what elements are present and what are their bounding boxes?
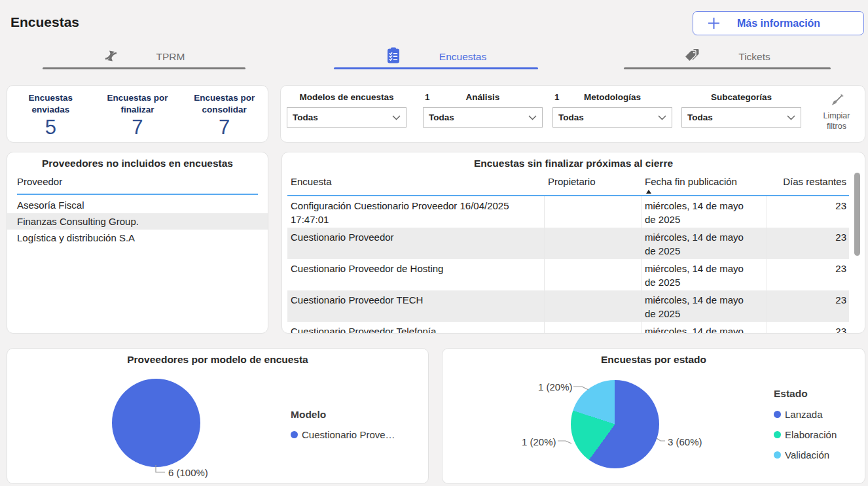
table-scrollbar[interactable] (854, 173, 860, 256)
cell-encuesta: Cuestionario Proveedor (287, 228, 545, 259)
list-item[interactable]: Asesoría Fiscal (7, 197, 268, 213)
legend-item-validacion[interactable]: Validación (774, 449, 837, 460)
tab-tprm[interactable]: TPRM (43, 47, 245, 69)
metodologias-dropdown[interactable]: Todas (552, 107, 672, 128)
page-title: Encuestas (10, 14, 79, 30)
legend-item-lanzada[interactable]: Lanzada (774, 409, 837, 420)
column-header-fecha[interactable]: Fecha fin publicación (645, 176, 737, 187)
pie-chart-modelo[interactable] (112, 379, 200, 467)
tab-underline (43, 67, 245, 69)
slicer-label: Metodologías (552, 92, 672, 102)
estado-chart-card: Encuestas por estado 1 (20%) 1 (20%) 3 (… (442, 348, 865, 484)
filter-card: Modelos de encuestas Todas 1 Análisis To… (280, 85, 865, 143)
legend-label: Cuestionario Prove… (302, 429, 395, 440)
kpi-por-consolidar: Encuestas por consolidar 7 (185, 92, 264, 139)
slicer-label: Análisis (423, 92, 543, 102)
encuestas-table-panel: Encuestas sin finalizar próximas al cier… (281, 152, 865, 334)
cell-dias: 23 (767, 196, 849, 228)
slicer-subcategorias: Subcategorías Todas (681, 86, 801, 143)
column-header-propietario[interactable]: Propietario (548, 176, 596, 187)
tab-tickets[interactable]: Tickets (624, 47, 831, 69)
table-row[interactable]: Cuestionario Proveedor Telefonía miércol… (287, 322, 849, 333)
kpi-label: Encuestas por consolidar (185, 92, 264, 115)
cell-dias: 23 (767, 290, 849, 322)
dropdown-value: Todas (429, 113, 454, 122)
cell-encuesta: Cuestionario Proveedor de Hosting (287, 259, 545, 290)
cell-fecha: miércoles, 14 de mayo de 2025 (642, 196, 767, 228)
cell-dias: 23 (767, 322, 849, 333)
proveedores-list: Asesoría Fiscal Finanzas Consulting Grou… (7, 197, 268, 246)
dropdown-value: Todas (293, 113, 318, 122)
dropdown-value: Todas (558, 113, 584, 122)
legend-label: Elaboración (785, 429, 837, 440)
kpi-enviadas: Encuestas enviadas 5 (11, 92, 90, 139)
cell-propietario (545, 259, 642, 290)
plus-icon (708, 17, 720, 29)
tab-tprm-label: TPRM (156, 51, 185, 63)
broom-icon (829, 99, 844, 110)
chevron-down-icon (392, 115, 401, 120)
column-header-encuesta[interactable]: Encuesta (291, 176, 332, 187)
legend-label: Validación (785, 449, 829, 460)
chart-title: Encuestas por estado (443, 354, 865, 366)
cell-dias: 23 (767, 259, 849, 290)
cell-propietario (545, 196, 642, 228)
tab-encuestas[interactable]: Encuestas (334, 47, 538, 69)
tab-encuestas-label: Encuestas (439, 51, 486, 63)
cell-encuesta: Cuestionario Proveedor Telefonía (287, 322, 545, 333)
proveedores-chart-card: Proveedores por modelo de encuesta 6 (10… (7, 348, 429, 484)
column-header-proveedor[interactable]: Proveedor (17, 176, 62, 187)
chart-title: Proveedores por modelo de encuesta (7, 354, 428, 366)
table-row[interactable]: Cuestionario Proveedor TECH miércoles, 1… (287, 290, 849, 322)
dropdown-value: Todas (687, 113, 713, 122)
kpi-card: Encuestas enviadas 5 Encuestas por final… (7, 85, 268, 143)
kpi-label: Encuestas por finalizar (98, 92, 177, 115)
table-row[interactable]: Cuestionario Proveedor de Hosting miérco… (287, 259, 849, 290)
proveedores-panel: Proveedores no incluidos en encuestas Pr… (7, 152, 268, 334)
chart-legend: Estado Lanzada Elaboración Validación (774, 388, 837, 460)
encuestas-table-body: Configuración Cuestionario Proveedor 16/… (287, 196, 849, 333)
sort-ascending-icon (646, 190, 651, 194)
chart-legend: Modelo Cuestionario Prove… (291, 409, 395, 440)
clear-filters-label-2: filtros (811, 121, 862, 131)
kpi-label: Encuestas enviadas (11, 92, 90, 115)
list-item[interactable]: Logística y distribución S.A (7, 230, 268, 246)
header-underline (17, 194, 258, 195)
list-item[interactable]: Finanzas Consulting Group. (7, 213, 268, 230)
cell-fecha: miércoles, 14 de mayo de 2025 (642, 290, 767, 322)
legend-item-elaboracion[interactable]: Elaboración (774, 429, 837, 440)
tab-tickets-label: Tickets (738, 51, 770, 63)
kpi-por-finalizar: Encuestas por finalizar 7 (98, 92, 177, 139)
cell-propietario (545, 322, 642, 333)
modelos-dropdown[interactable]: Todas (287, 107, 407, 128)
analisis-dropdown[interactable]: Todas (423, 107, 543, 128)
subcategorias-dropdown[interactable]: Todas (681, 107, 801, 128)
slicer-modelos-de-encuestas: Modelos de encuestas Todas (287, 86, 407, 143)
pie-data-label-lanzada: 3 (60%) (668, 436, 702, 447)
cell-fecha: miércoles, 14 de mayo de 2025 (642, 322, 767, 333)
legend-item[interactable]: Cuestionario Prove… (291, 429, 395, 440)
pie-data-label-elaboracion: 1 (20%) (522, 436, 556, 447)
cell-propietario (545, 228, 642, 259)
slicer-label: Modelos de encuestas (287, 92, 407, 102)
chevron-down-icon (658, 115, 666, 120)
chevron-down-icon (528, 115, 537, 120)
legend-dot (774, 451, 781, 459)
legend-dot (291, 431, 298, 438)
pie-data-label-validacion: 1 (20%) (538, 381, 572, 392)
more-info-button[interactable]: Más información (693, 11, 864, 35)
pie-chart-estado[interactable] (571, 380, 659, 468)
clear-filters-button[interactable]: Limpiar filtros (811, 94, 862, 131)
cell-fecha: miércoles, 14 de mayo de 2025 (642, 259, 767, 290)
legend-title: Modelo (291, 409, 395, 421)
cell-dias: 23 (767, 228, 849, 259)
kpi-value: 5 (11, 116, 90, 139)
encuestas-dashboard: Encuestas Más información TPRM (0, 0, 868, 486)
cell-encuesta: Configuración Cuestionario Proveedor 16/… (287, 196, 545, 228)
table-row[interactable]: Cuestionario Proveedor miércoles, 14 de … (287, 228, 849, 259)
cell-encuesta: Cuestionario Proveedor TECH (287, 290, 545, 322)
table-row[interactable]: Configuración Cuestionario Proveedor 16/… (287, 196, 849, 228)
kpi-value: 7 (98, 116, 177, 139)
column-header-dias[interactable]: Días restantes (783, 176, 846, 187)
legend-label: Lanzada (785, 409, 823, 420)
